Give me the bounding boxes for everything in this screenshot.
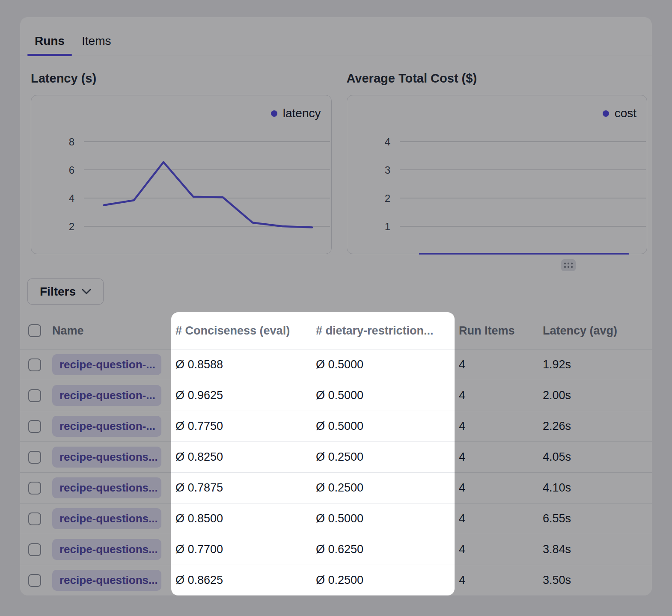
charts-row: Latency (s) 8642 latency Average Total C…	[20, 71, 652, 254]
conciseness-score-cell: Ø 0.7875	[168, 481, 309, 495]
run-name-cell: recipe-questions...	[45, 508, 168, 529]
row-checkbox[interactable]	[28, 420, 41, 433]
run-name-cell: recipe-question-...	[45, 385, 168, 406]
svg-text:8: 8	[69, 136, 74, 148]
row-checkbox-cell	[20, 482, 45, 495]
latency-legend-label: latency	[283, 107, 321, 120]
table-row: recipe-question-... Ø 0.7750 Ø 0.5000 4 …	[20, 411, 652, 441]
conciseness-score-cell: Ø 0.8588	[168, 358, 309, 371]
run-items-cell: 4	[452, 543, 535, 556]
svg-text:1: 1	[384, 221, 390, 232]
tab-bar: Runs Items	[20, 17, 652, 56]
dietary-restriction-score-cell: Ø 0.2500	[309, 481, 452, 495]
conciseness-score-cell: Ø 0.8500	[168, 512, 309, 525]
dietary-restriction-score-cell: Ø 0.2500	[309, 574, 452, 587]
svg-text:6: 6	[69, 164, 74, 176]
run-items-cell: 4	[452, 574, 535, 587]
svg-text:4: 4	[69, 192, 74, 204]
latency-avg-cell: 3.50s	[535, 574, 652, 587]
svg-text:2: 2	[69, 221, 74, 232]
row-checkbox-cell	[20, 358, 45, 371]
row-checkbox-cell	[20, 389, 45, 402]
run-items-cell: 4	[452, 420, 535, 433]
cost-chart-block: Average Total Cost ($) 4321 cost	[347, 71, 648, 254]
row-checkbox-cell	[20, 543, 45, 556]
run-name-badge[interactable]: recipe-questions...	[52, 570, 161, 591]
svg-text:3: 3	[384, 164, 390, 176]
svg-text:2: 2	[384, 192, 390, 204]
conciseness-score-cell: Ø 0.9625	[168, 389, 309, 402]
column-header-run-items: Run Items	[452, 324, 535, 338]
table-row: recipe-question-... Ø 0.9625 Ø 0.5000 4 …	[20, 380, 652, 411]
filters-button[interactable]: Filters	[27, 278, 104, 305]
latency-chart-title: Latency (s)	[31, 71, 332, 86]
row-checkbox[interactable]	[28, 358, 41, 371]
conciseness-score-cell: Ø 0.7750	[168, 420, 309, 433]
tab-items[interactable]: Items	[74, 34, 118, 56]
column-header-dietary-restriction: # dietary-restriction...	[309, 324, 452, 338]
run-name-badge[interactable]: recipe-questions...	[52, 477, 161, 498]
run-items-cell: 4	[452, 481, 535, 495]
select-all-checkbox[interactable]	[28, 324, 41, 337]
run-name-badge[interactable]: recipe-questions...	[52, 539, 161, 560]
conciseness-score-cell: Ø 0.8250	[168, 450, 309, 464]
run-name-cell: recipe-questions...	[45, 477, 168, 498]
cost-chart: 4321 cost	[347, 95, 648, 254]
run-name-badge[interactable]: recipe-question-...	[52, 354, 161, 375]
table-body: recipe-question-... Ø 0.8588 Ø 0.5000 4 …	[20, 349, 652, 595]
dietary-restriction-score-cell: Ø 0.5000	[309, 358, 452, 371]
latency-avg-cell: 2.00s	[535, 389, 652, 402]
latency-legend: latency	[271, 107, 321, 120]
drag-handle-icon[interactable]	[561, 259, 576, 271]
latency-avg-cell: 3.84s	[535, 543, 652, 556]
run-name-badge[interactable]: recipe-question-...	[52, 385, 161, 406]
latency-chart-block: Latency (s) 8642 latency	[31, 71, 332, 254]
table-row: recipe-questions... Ø 0.7700 Ø 0.6250 4 …	[20, 534, 652, 565]
filters-button-label: Filters	[40, 285, 76, 299]
dietary-restriction-score-cell: Ø 0.5000	[309, 389, 452, 402]
row-checkbox-cell	[20, 420, 45, 433]
dietary-restriction-score-cell: Ø 0.6250	[309, 543, 452, 556]
latency-avg-cell: 4.05s	[535, 450, 652, 464]
run-items-cell: 4	[452, 450, 535, 464]
tab-runs[interactable]: Runs	[27, 34, 72, 56]
cost-legend-dot-icon	[603, 110, 609, 117]
column-header-name: Name	[45, 324, 168, 338]
run-items-cell: 4	[452, 389, 535, 402]
dietary-restriction-score-cell: Ø 0.5000	[309, 512, 452, 525]
filters-row: Filters	[27, 278, 652, 305]
cost-legend-label: cost	[615, 107, 636, 120]
row-checkbox[interactable]	[28, 512, 41, 525]
row-checkbox[interactable]	[28, 482, 41, 495]
latency-avg-cell: 2.26s	[535, 420, 652, 433]
row-checkbox-cell	[20, 451, 45, 464]
row-checkbox[interactable]	[28, 451, 41, 464]
run-items-cell: 4	[452, 512, 535, 525]
table-header-row: Name # Conciseness (eval) # dietary-rest…	[20, 312, 652, 349]
run-items-cell: 4	[452, 358, 535, 371]
row-checkbox-cell	[20, 574, 45, 587]
row-checkbox[interactable]	[28, 389, 41, 402]
table-row: recipe-questions... Ø 0.8500 Ø 0.5000 4 …	[20, 503, 652, 534]
run-name-cell: recipe-question-...	[45, 416, 168, 437]
dietary-restriction-score-cell: Ø 0.5000	[309, 420, 452, 433]
latency-avg-cell: 1.92s	[535, 358, 652, 371]
run-name-badge[interactable]: recipe-questions...	[52, 508, 161, 529]
row-checkbox[interactable]	[28, 574, 41, 587]
runs-panel: Runs Items Latency (s) 8642 latency Aver…	[20, 17, 652, 595]
chevron-down-icon	[82, 289, 91, 294]
conciseness-score-cell: Ø 0.7700	[168, 543, 309, 556]
table-row: recipe-questions... Ø 0.7875 Ø 0.2500 4 …	[20, 472, 652, 503]
run-name-cell: recipe-question-...	[45, 354, 168, 375]
select-all-cell	[20, 324, 45, 337]
run-name-badge[interactable]: recipe-question-...	[52, 416, 161, 437]
column-header-conciseness: # Conciseness (eval)	[168, 324, 309, 338]
table-row: recipe-questions... Ø 0.8250 Ø 0.2500 4 …	[20, 441, 652, 472]
row-checkbox[interactable]	[28, 543, 41, 556]
run-name-badge[interactable]: recipe-questions...	[52, 447, 161, 468]
row-checkbox-cell	[20, 512, 45, 525]
column-header-latency-avg: Latency (avg)	[535, 324, 652, 338]
runs-table: Name # Conciseness (eval) # dietary-rest…	[20, 312, 652, 595]
latency-chart: 8642 latency	[31, 95, 332, 254]
run-name-cell: recipe-questions...	[45, 539, 168, 560]
